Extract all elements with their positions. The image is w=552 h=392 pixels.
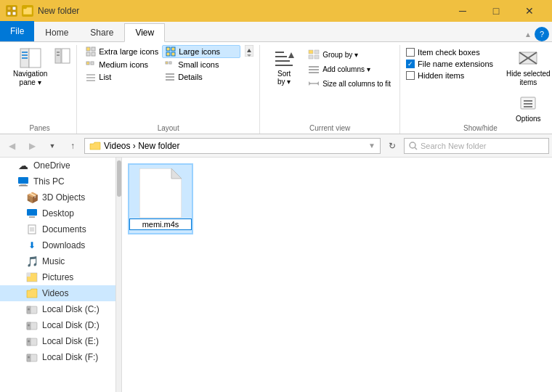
sidebar-item-localf[interactable]: Local Disk (F:) — [0, 349, 115, 365]
help-button[interactable]: ? — [535, 27, 549, 41]
file-area[interactable] — [122, 158, 552, 392]
svg-rect-41 — [314, 50, 319, 54]
maximize-button[interactable]: □ — [479, 0, 513, 22]
sidebar-item-locald[interactable]: Local Disk (D:) — [0, 317, 115, 333]
details-btn[interactable]: Details — [162, 71, 240, 83]
file-icon-memi — [139, 168, 182, 219]
svg-rect-24 — [169, 62, 171, 64]
documents-icon — [26, 224, 38, 235]
tab-share[interactable]: Share — [79, 23, 124, 41]
list-btn[interactable]: List — [83, 71, 161, 83]
sidebar-item-3dobjects[interactable]: 📦 3D Objects — [0, 189, 115, 205]
search-bar[interactable]: Search New folder — [404, 138, 549, 154]
title-bar: New folder ─ □ ✕ — [0, 0, 552, 22]
file-extensions-row[interactable]: ✓ File name extensions — [406, 60, 493, 68]
hidden-items-cb[interactable] — [406, 71, 415, 80]
svg-rect-44 — [309, 66, 319, 68]
forward-button[interactable]: ▶ — [23, 137, 41, 155]
svg-rect-3 — [12, 12, 16, 15]
minimize-button[interactable]: ─ — [446, 0, 479, 22]
svg-rect-59 — [18, 177, 28, 184]
item-checkboxes-row[interactable]: Item check boxes — [406, 48, 493, 57]
sidebar-scroll-thumb[interactable] — [117, 160, 121, 197]
extra-large-icons-btn[interactable]: Extra large icons — [83, 45, 161, 58]
svg-line-58 — [415, 147, 417, 150]
breadcrumb-arrow[interactable]: ▼ — [368, 142, 376, 150]
sidebar-item-music[interactable]: 🎵 Music — [0, 253, 115, 269]
size-columns-btn[interactable]: Size all columns to fit — [305, 77, 394, 90]
onedrive-icon: ☁ — [17, 160, 29, 171]
sidebar-label-downloads: Downloads — [42, 240, 85, 250]
svg-point-57 — [410, 142, 415, 148]
large-icons-label: Large icons — [179, 47, 220, 56]
svg-rect-45 — [309, 69, 319, 70]
up-button[interactable]: ↑ — [64, 137, 81, 155]
sidebar-item-locale[interactable]: Local Disk (E:) — [0, 333, 115, 349]
svg-point-75 — [28, 324, 30, 327]
svg-rect-30 — [166, 79, 174, 81]
file-item-memi[interactable] — [128, 163, 193, 234]
tab-file[interactable]: File — [0, 21, 34, 41]
hidden-items-label: Hidden items — [418, 71, 464, 80]
nav-pane-button[interactable]: Navigationpane ▾ — [9, 45, 52, 89]
item-checkboxes-cb[interactable] — [406, 48, 415, 57]
medium-icons-btn[interactable]: Medium icons — [83, 59, 161, 70]
ribbon-collapse-btn[interactable]: ▲ — [524, 30, 532, 38]
search-placeholder: Search New folder — [421, 142, 487, 150]
svg-rect-5 — [29, 49, 41, 68]
close-button[interactable]: ✕ — [513, 0, 546, 22]
checkboxes-group: Item check boxes ✓ File name extensions … — [406, 48, 493, 80]
svg-rect-19 — [166, 52, 170, 56]
sidebar-label-desktop: Desktop — [42, 208, 74, 219]
downloads-icon: ⬇ — [26, 240, 38, 251]
sidebar-item-downloads[interactable]: ⬇ Downloads — [0, 237, 115, 253]
sidebar-scrollbar[interactable] — [116, 158, 122, 392]
sort-by-icon — [272, 46, 296, 70]
dropdown-recent-button[interactable]: ▼ — [44, 137, 61, 155]
breadcrumb-text: Videos › New folder — [104, 141, 180, 151]
file-extensions-cb[interactable]: ✓ — [406, 60, 415, 68]
svg-rect-14 — [92, 47, 95, 51]
sidebar-item-desktop[interactable]: Desktop — [0, 205, 115, 221]
svg-rect-42 — [309, 55, 313, 59]
sort-by-button[interactable]: Sortby ▾ — [266, 45, 302, 87]
sidebar-item-onedrive[interactable]: ☁ OneDrive — [0, 158, 115, 173]
small-icons-btn[interactable]: Small icons — [162, 59, 240, 70]
sidebar-item-pictures[interactable]: Pictures — [0, 269, 115, 285]
back-button[interactable]: ◀ — [3, 137, 20, 155]
file-name-input[interactable] — [129, 219, 192, 230]
hidden-items-row[interactable]: Hidden items — [406, 71, 493, 80]
tab-view[interactable]: View — [124, 23, 165, 42]
sidebar-item-documents[interactable]: Documents — [0, 221, 115, 237]
tab-home[interactable]: Home — [34, 23, 79, 41]
nav-pane-icon — [19, 46, 42, 70]
ribbon-group-show-hide: Item check boxes ✓ File name extensions … — [400, 45, 552, 134]
sidebar-label-locald: Local Disk (D:) — [42, 320, 100, 330]
svg-rect-9 — [55, 49, 61, 63]
add-columns-btn[interactable]: Add columns ▾ — [305, 62, 394, 75]
pane-toggle-btn[interactable] — [54, 48, 70, 64]
options-button[interactable]: Options — [510, 90, 546, 124]
svg-rect-21 — [86, 62, 89, 65]
breadcrumb[interactable]: Videos › New folder ▼ — [84, 138, 381, 154]
sidebar-label-localc: Local Disk (C:) — [42, 304, 100, 314]
svg-rect-20 — [171, 52, 175, 56]
sidebar-item-videos[interactable]: Videos — [0, 285, 115, 301]
group-by-btn[interactable]: Group by ▾ — [305, 48, 394, 61]
videos-icon — [26, 287, 38, 299]
sidebar-label-music: Music — [42, 256, 65, 266]
medium-icons-label: Medium icons — [99, 60, 148, 69]
svg-rect-61 — [19, 185, 28, 187]
sidebar-label-thispc: This PC — [33, 176, 65, 187]
ribbon: Navigationpane ▾ Panes Extra large icons — [0, 42, 552, 134]
sidebar-item-localc[interactable]: Local Disk (C:) — [0, 301, 115, 317]
large-icons-btn[interactable]: Large icons — [162, 45, 240, 58]
sidebar-label-onedrive: OneDrive — [33, 160, 70, 171]
hide-selected-button[interactable]: Hide selecteditems — [502, 45, 552, 89]
sidebar-item-thispc[interactable]: This PC — [0, 173, 115, 189]
svg-marker-49 — [317, 81, 319, 86]
refresh-button[interactable]: ↻ — [383, 137, 401, 155]
layout-label: Layout — [158, 124, 179, 134]
desktop-icon — [26, 208, 38, 219]
quick-access-icon[interactable] — [6, 5, 17, 17]
